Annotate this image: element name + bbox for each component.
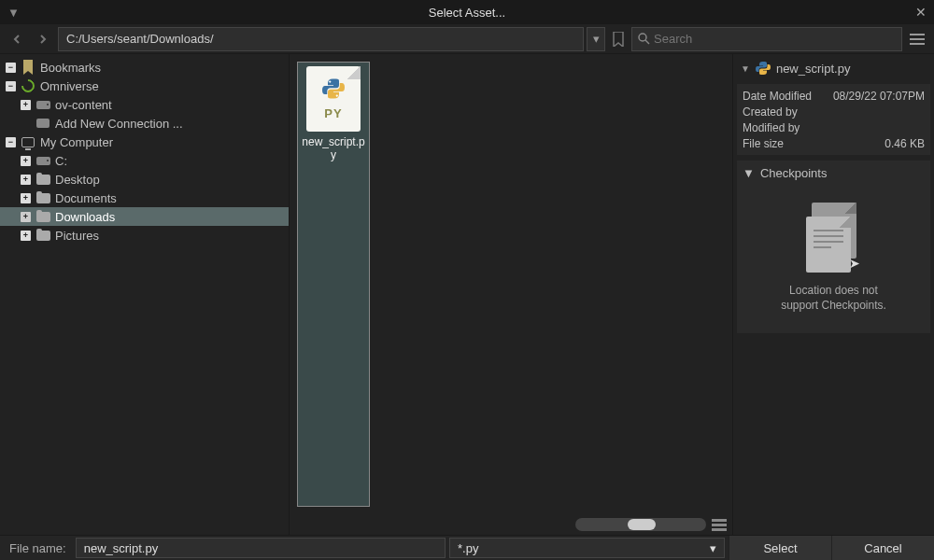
folder-icon [35,172,50,187]
filename-input[interactable] [76,538,446,558]
toolbar: ▾ [0,24,934,54]
zoom-slider[interactable] [575,518,706,531]
python-icon [756,61,771,76]
details-header[interactable]: ▼ new_script.py [737,58,930,78]
svg-point-0 [639,34,646,41]
details-panel: ▼ new_script.py Date Modified08/29/22 07… [733,54,934,535]
expand-icon[interactable]: + [21,100,31,110]
omniverse-icon [21,78,35,93]
tree-omniverse[interactable]: − Omniverse [0,77,289,95]
path-dropdown-icon[interactable]: ▾ [587,27,605,51]
sidebar: − Bookmarks − Omniverse + ov-content Add… [0,54,290,535]
titlebar: ▼ Select Asset... ✕ [0,0,934,24]
computer-icon [21,134,35,149]
search-icon [638,33,650,45]
tree-ov-content[interactable]: + ov-content [0,95,289,114]
drive-icon [35,153,50,168]
cancel-button[interactable]: Cancel [831,536,934,561]
nav-back-button[interactable] [6,28,28,50]
drive-icon [35,97,50,112]
chevron-down-icon: ▾ [710,541,716,555]
tree-add-connection[interactable]: Add New Connection ... [0,114,289,133]
expand-icon[interactable]: + [21,193,31,203]
path-input[interactable] [58,27,584,51]
titlebar-menu-icon[interactable]: ▼ [7,6,20,20]
filename-label: File name: [0,541,76,555]
tree-pictures[interactable]: + Pictures [0,226,289,245]
tree-c-drive[interactable]: + C: [0,151,289,170]
checkpoints-empty-icon: ➤ [806,203,862,273]
footer: File name: *.py ▾ Select Cancel [0,535,934,560]
filetype-select[interactable]: *.py ▾ [449,538,725,558]
list-view-toggle[interactable] [712,519,727,531]
caret-down-icon: ▼ [743,166,755,180]
options-menu-button[interactable] [906,28,928,50]
svg-point-2 [329,80,331,82]
file-item[interactable]: PY new_script.py [297,62,370,507]
close-icon[interactable]: ✕ [915,5,927,20]
tree-bookmarks[interactable]: − Bookmarks [0,58,289,77]
caret-down-icon: ▼ [741,63,750,74]
file-name-label: new_script.py [302,135,365,162]
svg-point-3 [336,94,338,96]
bookmark-icon[interactable] [609,32,628,47]
file-view: PY new_script.py [290,54,733,535]
add-connection-icon [35,116,50,131]
search-input[interactable] [654,32,896,46]
file-metadata: Date Modified08/29/22 07:07PM Created by… [737,84,930,155]
collapse-icon[interactable]: − [6,81,16,91]
search-field[interactable] [631,27,902,51]
bookmark-folder-icon [21,60,35,75]
checkpoints-panel: ▼ Checkpoints ➤ Location does not suppor… [737,161,930,333]
nav-forward-button[interactable] [32,28,54,50]
expand-icon[interactable]: + [21,156,31,166]
tree-my-computer[interactable]: − My Computer [0,133,289,151]
folder-icon [35,209,50,224]
folder-icon [35,190,50,205]
tree-desktop[interactable]: + Desktop [0,170,289,189]
collapse-icon[interactable]: − [6,137,16,147]
expand-icon[interactable]: + [21,231,31,241]
checkpoints-header[interactable]: ▼ Checkpoints [743,166,925,180]
python-file-icon: PY [306,66,361,132]
tree-downloads[interactable]: + Downloads [0,207,289,226]
expand-icon[interactable]: + [21,175,31,185]
tree-documents[interactable]: + Documents [0,189,289,207]
expand-icon[interactable]: + [21,212,31,222]
collapse-icon[interactable]: − [6,63,16,73]
checkpoints-message: Location does not support Checkpoints. [781,284,886,313]
svg-line-1 [645,40,649,44]
window-title: Select Asset... [429,6,505,20]
select-button[interactable]: Select [729,536,831,561]
details-filename: new_script.py [776,62,850,76]
folder-icon [35,228,50,243]
